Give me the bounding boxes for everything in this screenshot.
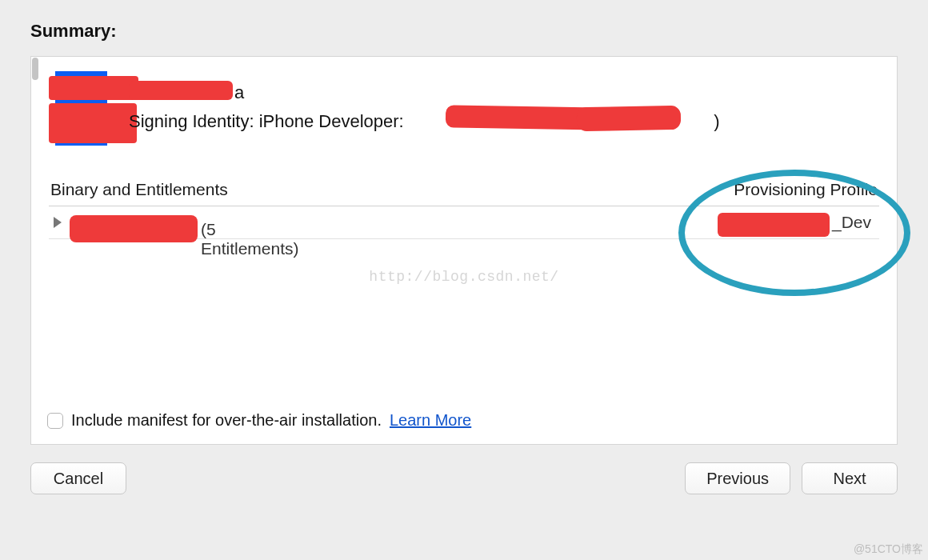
manifest-label: Include manifest for over-the-air instal… bbox=[71, 411, 382, 430]
redaction-mark bbox=[718, 213, 830, 237]
page-title: Summary: bbox=[30, 21, 898, 42]
learn-more-link[interactable]: Learn More bbox=[390, 411, 471, 430]
attribution-text: @51CTO博客 bbox=[854, 542, 923, 557]
entitlements-count: (5 Entitlements) bbox=[201, 220, 299, 258]
scrollbar-thumb[interactable] bbox=[32, 58, 38, 80]
manifest-option: Include manifest for over-the-air instal… bbox=[47, 411, 471, 430]
next-button[interactable]: Next bbox=[802, 462, 898, 494]
redaction-mark bbox=[49, 103, 137, 143]
app-name-label: XXXXXXXXXa bbox=[129, 82, 244, 103]
summary-panel: XXXXXXXXXa Signing Identity: iPhone Deve… bbox=[30, 56, 898, 445]
export-summary-dialog: Summary: XXXXXXXXXa Signing Identity: iP… bbox=[0, 0, 928, 560]
watermark-text: http://blog.csdn.net/ bbox=[369, 269, 558, 285]
column-provisioning-profile: Provisioning Profile bbox=[734, 180, 878, 199]
app-header-section: XXXXXXXXXa Signing Identity: iPhone Deve… bbox=[49, 71, 879, 159]
profile-suffix: _Dev bbox=[832, 213, 878, 231]
cancel-button[interactable]: Cancel bbox=[30, 462, 126, 494]
manifest-checkbox[interactable] bbox=[47, 413, 63, 429]
redaction-mark bbox=[49, 76, 138, 100]
disclosure-triangle-icon[interactable] bbox=[54, 217, 62, 228]
dialog-buttons: Cancel Previous Next bbox=[30, 462, 898, 494]
column-binary-entitlements: Binary and Entitlements bbox=[50, 180, 228, 199]
previous-button[interactable]: Previous bbox=[685, 462, 790, 494]
redaction-mark bbox=[70, 215, 198, 242]
redaction-mark bbox=[577, 106, 682, 131]
table-header: Binary and Entitlements Provisioning Pro… bbox=[49, 169, 879, 206]
table-row[interactable]: (5 Entitlements) _Dev bbox=[49, 206, 879, 239]
